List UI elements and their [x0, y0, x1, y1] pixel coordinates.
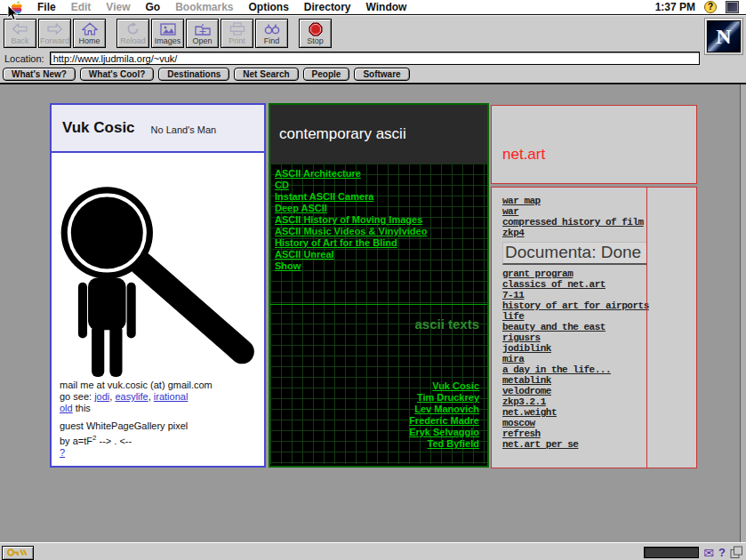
guest-line: guest WhitePageGallery pixel	[60, 420, 264, 432]
netart-link[interactable]: velodrome	[502, 386, 696, 396]
netart-title: net.art	[502, 146, 545, 163]
security-key-box[interactable]	[2, 546, 34, 560]
netart-links-top: war mapwarcompressed history of filmzkp4	[502, 196, 696, 238]
author-link[interactable]: Tim Druckrey	[409, 392, 479, 404]
netart-link[interactable]: net.art per se	[502, 439, 696, 450]
menu-directory[interactable]: Directory	[304, 1, 351, 13]
netart-link[interactable]: refresh	[502, 428, 696, 439]
location-bar: Location:	[0, 51, 746, 66]
location-label: Location:	[4, 53, 44, 64]
netart-link[interactable]: beauty and the east	[502, 322, 696, 332]
netart-link[interactable]: war	[502, 206, 696, 217]
browser-chrome: Back Forward Home	[0, 15, 746, 84]
directory-buttons-row: What's New?What's Cool?DestinationsNet S…	[0, 66, 746, 83]
ascii-link[interactable]: Deep ASCII	[275, 203, 487, 214]
directory-button[interactable]: Software	[354, 68, 409, 81]
netart-link[interactable]: compressed history of film	[502, 217, 696, 228]
contemporary-ascii-header: contemporary ascii	[270, 105, 487, 164]
netart-link[interactable]: zkp3.2.1	[502, 396, 696, 407]
author-link[interactable]: Eryk Selvaggio	[409, 427, 479, 438]
ascii-link[interactable]: ASCII Architecture	[275, 168, 487, 180]
netart-link[interactable]: net.weight	[502, 407, 696, 418]
ascii-link[interactable]: Show	[275, 260, 487, 272]
irational-link[interactable]: irational	[154, 391, 189, 402]
easylife-link[interactable]: easylife	[115, 391, 148, 402]
status-bar: ✉ ?	[0, 542, 746, 560]
images-button[interactable]: Images	[151, 19, 184, 48]
back-button[interactable]: Back	[4, 19, 36, 48]
reload-button[interactable]: Reload	[116, 19, 149, 48]
print-label: Print	[229, 37, 245, 45]
menu-go[interactable]: Go	[145, 1, 160, 13]
netart-link[interactable]: rigusrs	[502, 332, 696, 343]
vertical-scrollbar[interactable]	[740, 84, 746, 542]
home-button[interactable]: Home	[73, 19, 106, 48]
ascii-link[interactable]: ASCII Unreal	[275, 249, 487, 260]
application-menu-icon[interactable]	[726, 1, 739, 13]
page-title: Vuk Cosic	[62, 119, 135, 137]
netart-link[interactable]: war map	[502, 196, 696, 206]
url-input[interactable]	[50, 52, 700, 65]
directory-button[interactable]: What's New?	[3, 68, 76, 81]
netart-links-box: war mapwarcompressed history of filmzkp4…	[491, 187, 697, 468]
netscape-logo[interactable]: N	[707, 20, 741, 52]
netart-link[interactable]: 7-11	[502, 290, 696, 300]
stop-button[interactable]: Stop	[299, 19, 332, 48]
ascii-link[interactable]: Instant ASCII Camera	[275, 191, 487, 203]
author-link[interactable]: Lev Manovich	[409, 404, 479, 415]
netart-link[interactable]: metablink	[502, 375, 696, 386]
ascii-authors-list: Vuk CosicTim DruckreyLev ManovichFrederi…	[409, 380, 479, 450]
old-suffix: this	[73, 403, 91, 413]
netart-links-list: war mapwarcompressed history of filmzkp4…	[492, 188, 696, 450]
netart-column-divider	[646, 188, 647, 468]
directory-button[interactable]: What's Cool?	[80, 68, 154, 81]
menu-edit: Edit	[71, 1, 92, 13]
netart-link[interactable]: zkp4	[502, 228, 696, 238]
balloon-help-icon[interactable]: ?	[704, 1, 717, 13]
green-divider-line	[270, 304, 487, 305]
resize-grip-icon[interactable]	[730, 546, 743, 559]
author-link[interactable]: Frederic Madre	[409, 415, 479, 427]
old-link[interactable]: old	[60, 403, 73, 413]
help-question-icon[interactable]: ?	[718, 546, 726, 559]
folder-icon	[195, 22, 211, 36]
directory-button[interactable]: People	[303, 68, 350, 81]
netart-link[interactable]: moscow	[502, 418, 696, 428]
jodi-link[interactable]: jodi	[94, 391, 109, 402]
old-line: old this	[60, 403, 264, 414]
netart-links-bottom: grant programclassics of net.art7-11hist…	[502, 268, 696, 450]
documenta-done-banner[interactable]: Documenta: Done	[502, 242, 647, 265]
print-button[interactable]: Print	[221, 19, 253, 48]
forward-button[interactable]: Forward	[38, 19, 71, 48]
ascii-link[interactable]: ASCII History of Moving Images	[275, 214, 487, 226]
author-link[interactable]: Ted Byfield	[409, 438, 479, 450]
menu-file[interactable]: File	[37, 1, 56, 13]
by-prefix: by a=tF	[60, 436, 92, 446]
menu-options[interactable]: Options	[249, 1, 289, 13]
ascii-link[interactable]: History of Art for the Blind	[275, 237, 487, 249]
home-label: Home	[78, 37, 100, 45]
ascii-link[interactable]: CD	[275, 180, 487, 191]
netart-link[interactable]: classics of net.art	[502, 279, 696, 290]
question-link[interactable]: ?	[60, 447, 65, 458]
stop-label: Stop	[307, 37, 324, 45]
netart-link[interactable]: grant program	[502, 268, 696, 279]
directory-button[interactable]: Net Search	[234, 68, 298, 81]
directory-button[interactable]: Destinations	[158, 68, 229, 81]
netart-link[interactable]: mira	[502, 354, 696, 364]
netart-link[interactable]: history of art for airports	[502, 300, 696, 311]
author-link[interactable]: Vuk Cosic	[409, 380, 479, 392]
netart-link[interactable]: a day in the life...	[502, 364, 696, 375]
menu-window[interactable]: Window	[366, 1, 407, 13]
circular-arrow-icon	[126, 22, 140, 36]
picture-icon	[160, 22, 176, 36]
ascii-link[interactable]: ASCII Music Videos & Vinylvideo	[275, 226, 487, 237]
find-label: Find	[264, 37, 280, 45]
netart-link[interactable]: jodiblink	[502, 343, 696, 354]
mail-icon[interactable]: ✉	[703, 547, 714, 559]
netscape-logo-frame: N	[704, 18, 743, 55]
magnifier-man-image	[56, 163, 257, 379]
find-button[interactable]: Find	[255, 19, 288, 48]
netart-link[interactable]: life	[502, 311, 696, 322]
open-button[interactable]: Open	[186, 19, 219, 48]
